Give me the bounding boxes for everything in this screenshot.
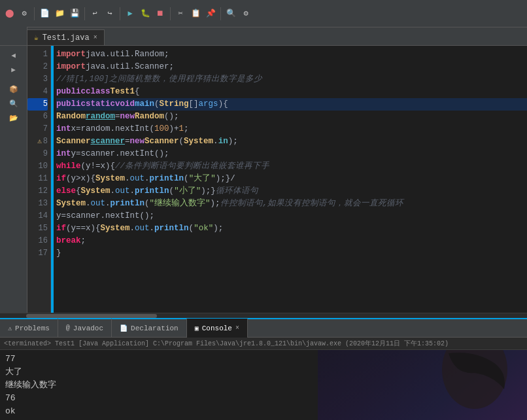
toolbar-icon-search[interactable]: 🔍 — [224, 7, 237, 20]
editor-container: ◀ ▶ 📦 🔍 📂 — [0, 46, 527, 313]
code-line-2: import java.util.Scanner; — [56, 61, 527, 73]
console-output-line-1: 77 — [5, 353, 522, 366]
left-icon-2[interactable]: ▶ — [7, 63, 20, 76]
console-output-line-2: 大了 — [5, 366, 522, 379]
toolbar-sep-3 — [120, 7, 120, 20]
toolbar-icon-copy[interactable]: 📋 — [189, 7, 202, 20]
line-number-17: 17 — [27, 247, 48, 260]
main-toolbar: ⬤ ⚙ 📄 📁 💾 ↩ ↪ ▶ 🐛 ⏹ ✂ 📋 📌 🔍 ⚙ — [0, 0, 527, 27]
file-tab-bar: ☕ Test1.java × — [0, 27, 527, 46]
code-line-1: import java.util.Random; — [56, 48, 527, 61]
toolbar-icon-run[interactable]: ▶ — [124, 7, 137, 20]
code-editor[interactable]: import java.util.Random;import java.util… — [51, 46, 527, 313]
toolbar-icon-1[interactable]: ⬤ — [3, 7, 16, 20]
line-number-10: 10 — [27, 160, 48, 173]
console-output: 77大了继续输入数字76ok — [0, 350, 527, 420]
line-number-2: 2 — [27, 61, 48, 73]
btab-close-console[interactable]: × — [235, 324, 239, 332]
java-file-icon: ☕ — [34, 33, 39, 42]
toolbar-icon-open[interactable]: 📁 — [53, 7, 66, 20]
bottom-tab-declaration[interactable]: 📄Declaration — [112, 319, 187, 338]
code-line-3: //猜[1,100]之间随机整数，使用程序猜出数字是多少 — [56, 73, 527, 86]
btab-label-problems: Problems — [15, 324, 50, 332]
code-line-12: else {System.out.println("小了");} 循环体语句 — [56, 185, 527, 198]
code-line-5: public static void main(String []args){ — [56, 98, 527, 111]
code-line-9: int y=scanner.nextInt(); — [56, 148, 527, 160]
btab-label-declaration: Declaration — [131, 324, 178, 332]
line-number-16: 16 — [27, 235, 48, 247]
left-icon-5[interactable]: 📂 — [7, 111, 20, 124]
bottom-tab-javadoc[interactable]: @Javadoc — [58, 319, 112, 338]
line-number-4: 4 — [27, 86, 48, 98]
code-line-13: System.out.println("继续输入数字");件控制语句,如果没有控… — [56, 198, 527, 210]
btab-label-javadoc: Javadoc — [73, 324, 103, 332]
code-line-10: while(y!=x){//条件判断语句要判断出谁嵌套谁再下手 — [56, 160, 527, 173]
console-output-line-5: ok — [5, 405, 522, 418]
code-line-7: int x=random.nextInt(100)+1; — [56, 123, 527, 135]
line-number-1: 1 — [27, 48, 48, 61]
editor-scrollbar[interactable] — [0, 313, 527, 318]
code-line-16: break; — [56, 235, 527, 247]
code-line-17: } — [56, 247, 527, 260]
console-output-line-3: 继续输入数字 — [5, 379, 522, 392]
console-area: <terminated> Test1 [Java Application] C:… — [0, 338, 527, 420]
warning-icon: ⚠ — [37, 137, 42, 145]
console-header: <terminated> Test1 [Java Application] C:… — [0, 338, 527, 350]
toolbar-icon-new[interactable]: 📄 — [38, 7, 51, 20]
console-output-line-4: 76 — [5, 392, 522, 405]
toolbar-sep-5 — [220, 7, 221, 20]
btab-icon-declaration: 📄 — [120, 324, 128, 332]
toolbar-sep-1 — [34, 7, 35, 20]
code-line-15: if(y==x){System.out.println("ok"); — [56, 222, 527, 235]
line-number-3: 3 — [27, 73, 48, 86]
toolbar-icon-undo[interactable]: ↩ — [88, 7, 101, 20]
line-number-11: 11 — [27, 173, 48, 185]
toolbar-icon-debug[interactable]: 🐛 — [139, 7, 152, 20]
left-icon-1[interactable]: ◀ — [7, 48, 20, 61]
code-line-14: y=scanner.nextInt(); — [56, 210, 527, 222]
toolbar-sep-4 — [170, 7, 171, 20]
line-number-14: 14 — [27, 210, 48, 222]
bottom-tab-problems[interactable]: ⚠Problems — [0, 319, 58, 338]
left-panel: ◀ ▶ 📦 🔍 📂 — [0, 46, 27, 313]
toolbar-icon-redo[interactable]: ↪ — [103, 7, 116, 20]
file-tab-close[interactable]: × — [94, 34, 97, 41]
line-numbers: 1234567⚠891011121314151617 — [27, 46, 51, 313]
file-tab-label: Test1.java — [42, 33, 90, 43]
bottom-tab-console[interactable]: ▣Console× — [187, 319, 248, 338]
toolbar-icon-settings[interactable]: ⚙ — [239, 7, 252, 20]
toolbar-icon-cut[interactable]: ✂ — [174, 7, 187, 20]
line-number-6: 6 — [27, 111, 48, 123]
toolbar-sep-2 — [84, 7, 85, 20]
btab-label-console: Console — [202, 324, 232, 332]
btab-icon-javadoc: @ — [66, 324, 70, 332]
line-number-13: 13 — [27, 198, 48, 210]
toolbar-icon-stop[interactable]: ⏹ — [154, 7, 167, 20]
toolbar-icon-save[interactable]: 💾 — [68, 7, 81, 20]
line-number-12: 12 — [27, 185, 48, 198]
file-tab-test1[interactable]: ☕ Test1.java × — [27, 29, 105, 45]
code-line-6: Random random=new Random(); — [56, 111, 527, 123]
code-line-11: if(y>x){System.out.println("大了");}/ — [56, 173, 527, 185]
line-number-7: 7 — [27, 123, 48, 135]
line-number-9: 9 — [27, 148, 48, 160]
line-number-8: ⚠8 — [27, 135, 48, 148]
btab-icon-console: ▣ — [195, 324, 199, 332]
toolbar-icon-paste[interactable]: 📌 — [204, 7, 217, 20]
btab-icon-problems: ⚠ — [8, 324, 12, 332]
left-icon-4[interactable]: 🔍 — [7, 97, 20, 110]
line-number-15: 15 — [27, 222, 48, 235]
line-number-5: 5 — [27, 98, 48, 111]
code-line-8: Scanner scanner=new Scanner(System.in); — [56, 135, 527, 148]
blue-selection-bar — [51, 46, 54, 313]
bottom-tab-bar: ⚠Problems@Javadoc📄Declaration▣Console× — [0, 318, 527, 338]
code-line-4: public class Test1 { — [56, 86, 527, 98]
toolbar-icon-2[interactable]: ⚙ — [18, 7, 31, 20]
left-icon-3[interactable]: 📦 — [7, 82, 20, 96]
